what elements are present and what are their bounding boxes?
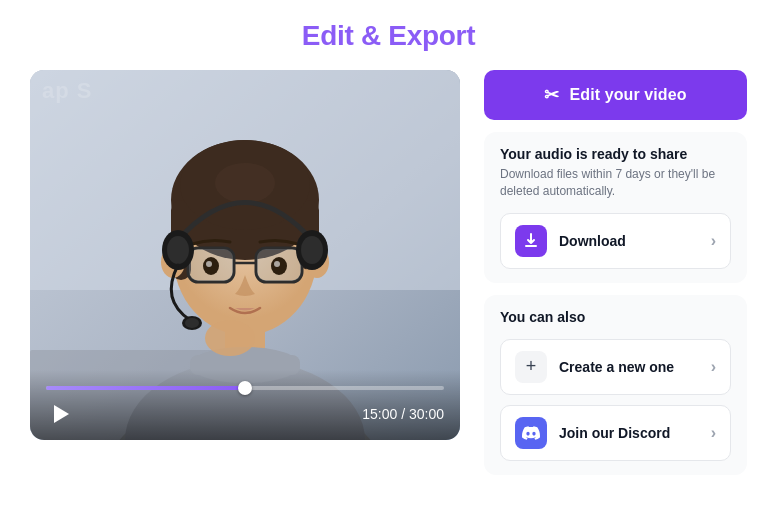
- you-can-also-section: You can also + Create a new one ›: [484, 295, 747, 475]
- svg-point-30: [301, 236, 323, 264]
- current-time: 15:00: [362, 406, 397, 422]
- edit-video-button[interactable]: ✂ Edit your video: [484, 70, 747, 120]
- total-time: 30:00: [409, 406, 444, 422]
- svg-point-25: [206, 261, 212, 267]
- download-chevron: ›: [711, 232, 716, 250]
- svg-point-33: [205, 320, 255, 356]
- discord-left: Join our Discord: [515, 417, 670, 449]
- progress-thumb: [238, 381, 252, 395]
- video-controls: 15:00 / 30:00: [30, 370, 460, 440]
- audio-ready-section: Your audio is ready to share Download fi…: [484, 132, 747, 283]
- time-separator: /: [401, 406, 409, 422]
- create-new-chevron: ›: [711, 358, 716, 376]
- create-new-label: Create a new one: [559, 359, 674, 375]
- main-content: ap S: [30, 70, 747, 475]
- video-player: ap S: [30, 70, 460, 440]
- audio-ready-heading: Your audio is ready to share: [500, 146, 731, 162]
- progress-fill: [46, 386, 245, 390]
- svg-point-26: [274, 261, 280, 267]
- svg-point-32: [185, 318, 199, 328]
- svg-point-13: [215, 163, 275, 203]
- page-title: Edit & Export: [302, 20, 475, 52]
- discord-row[interactable]: Join our Discord ›: [500, 405, 731, 461]
- scissors-icon: ✂: [544, 84, 559, 106]
- create-new-icon-box: +: [515, 351, 547, 383]
- controls-row: 15:00 / 30:00: [46, 400, 444, 428]
- audio-ready-subtext: Download files within 7 days or they'll …: [500, 166, 731, 201]
- plus-icon: +: [526, 356, 537, 377]
- download-label: Download: [559, 233, 626, 249]
- svg-rect-34: [525, 245, 537, 247]
- download-icon-box: [515, 225, 547, 257]
- time-display: 15:00 / 30:00: [362, 406, 444, 422]
- right-panel: ✂ Edit your video Your audio is ready to…: [484, 70, 747, 475]
- discord-icon: [522, 426, 540, 440]
- progress-bar[interactable]: [46, 386, 444, 390]
- create-new-row[interactable]: + Create a new one ›: [500, 339, 731, 395]
- you-can-also-heading: You can also: [500, 309, 731, 325]
- discord-label: Join our Discord: [559, 425, 670, 441]
- discord-chevron: ›: [711, 424, 716, 442]
- download-left: Download: [515, 225, 626, 257]
- edit-video-label: Edit your video: [570, 86, 687, 104]
- discord-icon-box: [515, 417, 547, 449]
- play-button[interactable]: [46, 400, 74, 428]
- svg-point-28: [167, 236, 189, 264]
- download-icon: [523, 233, 539, 249]
- download-row[interactable]: Download ›: [500, 213, 731, 269]
- create-new-left: + Create a new one: [515, 351, 674, 383]
- play-icon: [54, 405, 69, 423]
